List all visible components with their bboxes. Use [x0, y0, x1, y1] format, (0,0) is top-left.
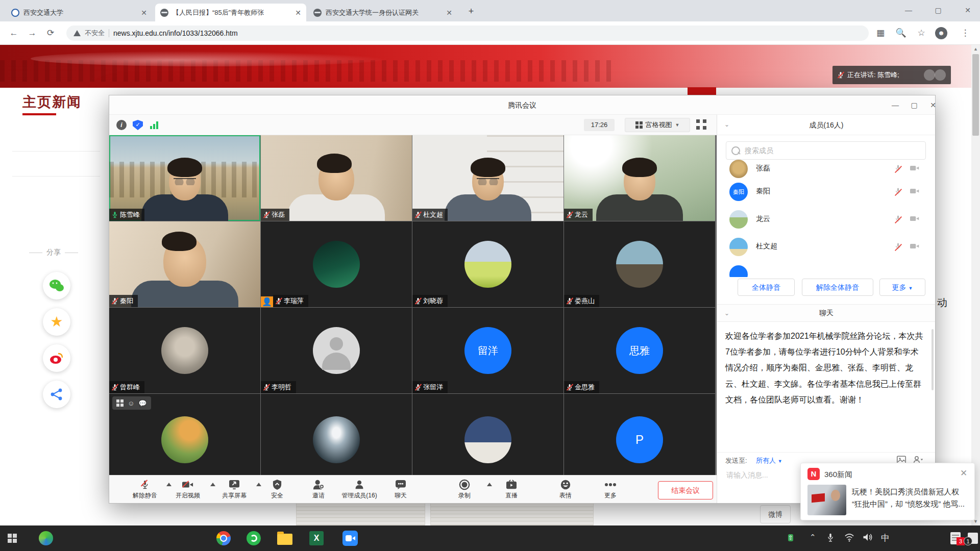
chat-bubble-icon[interactable]: 💬	[138, 399, 146, 407]
mute-all-button[interactable]: 全体静音	[738, 279, 795, 296]
menu-dots-icon[interactable]: ⋮	[959, 27, 972, 40]
news-headline[interactable]: 玩梗！美脱口秀演员借新冠人权 “狂批中国”，却 “愤怒发现” 他骂...	[852, 486, 969, 510]
tab-close-icon[interactable]: ✕	[141, 9, 147, 17]
grid-view-button[interactable]: 宫格视图 ▼	[625, 118, 690, 132]
start-video-button[interactable]: 开启视频	[163, 478, 212, 500]
member-list[interactable]: 张磊 秦阳 秦阳 龙云 杜文超	[717, 160, 935, 277]
wechat-share-icon[interactable]	[43, 272, 70, 299]
video-tile[interactable]: 娄燕山	[564, 221, 715, 307]
fullscreen-icon[interactable]	[696, 119, 706, 130]
page-scrollbar[interactable]: ▲ ▼	[971, 45, 980, 525]
quick-reaction-bar[interactable]: ☺ 💬	[112, 396, 151, 410]
meeting-security-shield-icon[interactable]: ✓	[133, 120, 143, 130]
member-search-box[interactable]	[726, 141, 926, 160]
video-tile[interactable]: 思雅 金思雅	[564, 308, 715, 393]
reload-icon[interactable]: ⟳	[44, 27, 57, 40]
collapse-chevron-icon[interactable]: ⌄	[724, 121, 729, 128]
tray-ime-indicator[interactable]: 中	[881, 532, 890, 544]
member-row[interactable]: 秦阳 秦阳	[717, 178, 935, 206]
taskbar-excel-icon[interactable]: X	[308, 530, 325, 546]
scroll-up-icon[interactable]: ▲	[971, 45, 980, 53]
tab-people-daily-article[interactable]: 【人民日报】“85后”青年教师张 ✕	[155, 4, 306, 21]
news-thumbnail[interactable]	[807, 485, 846, 515]
unmute-all-button[interactable]: 解除全体静音	[802, 279, 873, 296]
unmute-button[interactable]: 解除静音	[120, 478, 169, 500]
video-tile[interactable]: 刘晓蓉	[412, 221, 564, 307]
video-tile[interactable]: 陈雪峰	[109, 135, 260, 221]
tab-close-icon[interactable]: ✕	[295, 9, 301, 17]
action-center-icon[interactable]: 1	[968, 533, 978, 544]
start-button[interactable]	[4, 530, 20, 546]
share-link-icon[interactable]	[43, 381, 70, 408]
tab-auth-gateway[interactable]: 西安交通大学统一身份认证网关 ✕	[308, 4, 457, 21]
video-tile[interactable]: ☺ 💬	[109, 394, 260, 475]
video-tile[interactable]: 张磊	[261, 135, 412, 221]
video-tile[interactable]	[261, 394, 412, 475]
tray-news-icon[interactable]: 3	[950, 532, 961, 544]
meeting-maximize-button[interactable]: ▢	[908, 99, 921, 111]
reactions-button[interactable]: 表情	[541, 478, 590, 500]
tray-usb-icon[interactable]: ⇧	[788, 532, 793, 543]
chat-button[interactable]: 聊天	[376, 478, 425, 500]
video-tile[interactable]: 李明哲	[261, 308, 412, 393]
zoom-icon[interactable]: 🔍	[894, 27, 908, 40]
tray-expand-chevron-icon[interactable]: ⌃	[810, 533, 816, 542]
browser-maximize-button[interactable]: ▢	[930, 3, 946, 17]
collapse-chevron-icon[interactable]: ⌄	[724, 310, 729, 317]
meeting-close-button[interactable]: ✕	[926, 99, 940, 111]
bookmark-star-icon[interactable]: ☆	[915, 27, 928, 40]
meeting-info-icon[interactable]: i	[116, 120, 127, 130]
layout-icon[interactable]	[116, 399, 124, 407]
member-row[interactable]: 杜文超	[717, 233, 935, 261]
taskbar-file-explorer-icon[interactable]	[277, 530, 293, 546]
tray-mic-icon[interactable]	[827, 533, 834, 544]
taskbar-360-safe-browser-icon[interactable]	[246, 530, 262, 546]
taskbar-tencent-meeting-icon[interactable]	[342, 530, 358, 546]
avatar	[616, 241, 663, 288]
new-tab-button[interactable]: +	[465, 6, 477, 17]
weibo-button[interactable]: 微博	[760, 505, 791, 523]
video-tile[interactable]: 👤 李瑞萍	[261, 221, 412, 307]
record-button[interactable]: 录制	[440, 478, 489, 500]
member-row[interactable]: 龙云	[717, 206, 935, 233]
tray-network-icon[interactable]	[844, 533, 854, 543]
video-tile[interactable]: 曾群峰	[109, 308, 260, 393]
member-row[interactable]	[717, 261, 935, 277]
address-bar[interactable]: 不安全 news.xjtu.edu.cn/info/1033/132066.ht…	[66, 26, 869, 41]
browser-close-button[interactable]: ✕	[960, 3, 975, 17]
share-screen-button[interactable]: 共享屏幕	[210, 478, 259, 500]
video-tile[interactable]: P	[564, 394, 715, 475]
scrollbar-thumb[interactable]	[972, 54, 979, 136]
tab-group-icon[interactable]: ▦	[874, 27, 887, 40]
news-popup[interactable]: N 360新闻 ✕ 玩梗！美脱口秀演员借新冠人权 “狂批中国”，却 “愤怒发现”…	[800, 463, 975, 520]
member-search-input[interactable]	[744, 146, 920, 155]
profile-avatar[interactable]: ☻	[935, 27, 947, 39]
forward-icon[interactable]: →	[26, 27, 39, 40]
more-members-button[interactable]: 更多 ▼	[879, 279, 925, 296]
send-to-selector[interactable]: 所有人 ▼	[756, 456, 782, 465]
more-button[interactable]: 更多	[586, 478, 635, 500]
meeting-titlebar[interactable]: 腾讯会议	[109, 95, 935, 115]
taskbar-chrome-icon[interactable]	[215, 530, 232, 546]
video-tile[interactable]: 留洋 金思雅张留洋	[412, 308, 564, 393]
tab-xjtu[interactable]: 西安交通大学 ✕	[6, 4, 152, 21]
live-stream-button[interactable]: 直播	[487, 478, 536, 500]
smiley-icon[interactable]: ☺	[128, 399, 134, 407]
tray-volume-icon[interactable]	[863, 533, 873, 543]
video-tile[interactable]: 龙云	[564, 135, 715, 221]
weibo-share-icon[interactable]	[43, 344, 70, 372]
video-tile[interactable]: 杜文超	[412, 135, 564, 221]
browser-minimize-button[interactable]: —	[901, 3, 916, 17]
chat-scrollbar-thumb[interactable]	[932, 329, 934, 390]
network-signal-icon[interactable]	[150, 121, 158, 129]
video-tile[interactable]: 秦阳	[109, 221, 260, 307]
back-icon[interactable]: ←	[7, 27, 20, 40]
video-tile[interactable]	[412, 394, 564, 475]
favorite-star-share-icon[interactable]: ★	[43, 308, 70, 336]
tab-close-icon[interactable]: ✕	[446, 9, 452, 17]
meeting-minimize-button[interactable]: —	[889, 99, 902, 111]
chat-messages[interactable]: 欢迎各位学者参加2021年机械学院丝路分论坛，本次共7位学者参加，请每位学者进行…	[717, 322, 935, 452]
taskbar-360-browser-icon[interactable]	[38, 530, 54, 546]
end-meeting-button[interactable]: 结束会议	[658, 481, 713, 499]
popup-close-icon[interactable]: ✕	[960, 468, 967, 479]
